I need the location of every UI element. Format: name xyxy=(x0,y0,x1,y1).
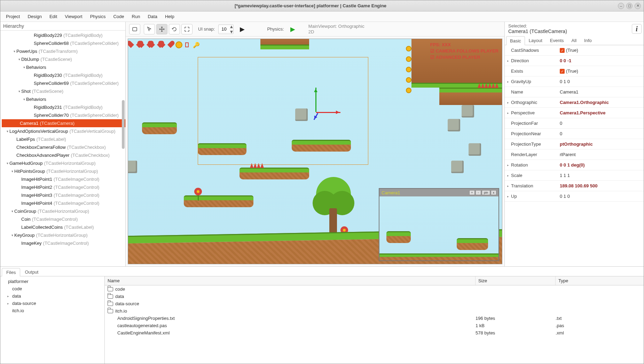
hierarchy-item[interactable]: ▾KeyGroup (TCastleHorizontalGroup) xyxy=(2,231,125,239)
menu-viewport[interactable]: Viewport xyxy=(61,13,86,21)
property-row[interactable]: ▸Direction0 0 -1 xyxy=(505,56,644,66)
col-type[interactable]: Type xyxy=(556,276,644,285)
play-button[interactable]: ▶ xyxy=(240,25,245,33)
hierarchy-item[interactable]: Camera1 (TCastleCamera) xyxy=(2,119,125,127)
menu-physics[interactable]: Physics xyxy=(87,13,109,21)
hierarchy-item[interactable]: RigidBody230 (TCastleRigidBody) xyxy=(2,71,125,79)
property-row[interactable]: ▸Rotation0 0 1 deg(0) xyxy=(505,160,644,170)
col-size[interactable]: Size xyxy=(476,276,556,285)
file-row[interactable]: data xyxy=(105,293,644,300)
file-table-body[interactable]: codedatadata-sourceitch.ioAndroidSigning… xyxy=(105,285,644,364)
tab-basic[interactable]: Basic xyxy=(506,36,525,45)
property-row[interactable]: RenderLayerrlParent xyxy=(505,149,644,160)
hierarchy-item[interactable]: ▾Behaviors xyxy=(2,63,125,71)
files-view: platformercode▸data▸data-sourceitch.io N… xyxy=(0,276,644,364)
property-row[interactable]: ▸Scale1 1 1 xyxy=(505,170,644,181)
menu-help[interactable]: Help xyxy=(162,13,178,21)
property-row[interactable]: ProjectionFar0 xyxy=(505,118,644,129)
preview-zoom-out[interactable]: - xyxy=(476,190,481,195)
property-row[interactable]: ▸PerspectiveCamera1.Perspective xyxy=(505,108,644,118)
tab-info[interactable]: Info xyxy=(580,36,596,45)
property-row[interactable]: ProjectionNear0 xyxy=(505,129,644,139)
snap-spinner[interactable]: ▲▼ xyxy=(218,24,234,34)
hierarchy-item[interactable]: ▾CoinGroup (TCastleHorizontalGroup) xyxy=(2,207,125,215)
menu-data[interactable]: Data xyxy=(144,13,160,21)
hierarchy-item[interactable]: ImageHitPoint1 (TCastleImageControl) xyxy=(2,175,125,183)
tab-events[interactable]: Events xyxy=(546,36,568,45)
hierarchy-item[interactable]: ImageHitPoint3 (TCastleImageControl) xyxy=(2,191,125,199)
dir-item[interactable]: platformer xyxy=(2,278,103,285)
bottom-tab-files[interactable]: Files xyxy=(2,268,20,276)
hierarchy-item[interactable]: LabelCollectedCoins (TCastleLabel) xyxy=(2,223,125,231)
dir-item[interactable]: itch.io xyxy=(2,307,103,314)
hierarchy-item[interactable]: Coin (TCastleImageControl) xyxy=(2,215,125,223)
move-tool[interactable] xyxy=(156,24,167,34)
menu-design[interactable]: Design xyxy=(24,13,45,21)
snap-input[interactable] xyxy=(219,26,229,32)
file-row[interactable]: data-source xyxy=(105,300,644,307)
col-name[interactable]: Name xyxy=(105,276,476,285)
info-button[interactable]: i xyxy=(632,24,642,34)
selection-rectangle xyxy=(198,57,368,165)
scrollbar-thumb[interactable] xyxy=(122,100,125,149)
hierarchy-item[interactable]: ImageHitPoint4 (TCastleImageControl) xyxy=(2,199,125,207)
file-row[interactable]: CastleEngineManifest.xml578 bytes.xml xyxy=(105,329,644,337)
close-button[interactable]: ✕ xyxy=(635,3,641,9)
select-tool[interactable] xyxy=(144,24,155,34)
bottom-tab-output[interactable]: Output xyxy=(20,268,43,276)
transform-gizmo[interactable] xyxy=(299,88,340,129)
property-row[interactable]: ▸Up0 1 0 xyxy=(505,191,644,202)
dir-item[interactable]: code xyxy=(2,285,103,292)
menu-code[interactable]: Code xyxy=(110,13,127,21)
preview-pin[interactable]: pin xyxy=(482,190,490,195)
hierarchy-item[interactable]: ImageKey (TCastleImageControl) xyxy=(2,239,125,247)
hierarchy-tree[interactable]: RigidBody229 (TCastleRigidBody)SphereCol… xyxy=(0,31,125,266)
hierarchy-item[interactable]: LabelFps (TCastleLabel) xyxy=(2,135,125,143)
file-row[interactable]: castleautogenerated.pas1 kB.pas xyxy=(105,322,644,329)
hierarchy-item[interactable]: ▾GameHudGroup (TCastleHorizontalGroup) xyxy=(2,159,125,167)
hierarchy-item[interactable]: RigidBody231 (TCastleRigidBody) xyxy=(2,103,125,111)
viewport-canvas[interactable]: 🔑 FPS: XXX ☑CAMERA FOLLOWS PLAYER ☑ADVAN… xyxy=(128,39,502,264)
camera-preview[interactable]: Camera1 + - pin x xyxy=(379,188,499,261)
tab-layout[interactable]: Layout xyxy=(525,36,546,45)
file-row[interactable]: code xyxy=(105,285,644,293)
physics-play-button[interactable]: ▶ xyxy=(290,25,295,33)
property-row[interactable]: NameCamera1 xyxy=(505,87,644,97)
dir-item[interactable]: ▸data xyxy=(2,292,103,300)
hierarchy-item[interactable]: ▾LogAndOptionsVerticalGroup (TCastleVert… xyxy=(2,127,125,135)
file-row[interactable]: itch.io xyxy=(105,307,644,315)
hierarchy-item[interactable]: ▾Shot (TCastleScene) xyxy=(2,87,125,95)
hierarchy-item[interactable]: SphereCollider70 (TCastleSphereCollider) xyxy=(2,111,125,119)
hierarchy-item[interactable]: CheckboxAdvancedPlayer (TCastleCheckbox) xyxy=(2,151,125,159)
dir-item[interactable]: ▸data-source xyxy=(2,300,103,307)
preview-close[interactable]: x xyxy=(491,190,496,195)
directory-tree[interactable]: platformercode▸data▸data-sourceitch.io xyxy=(0,276,105,364)
rotate-tool[interactable] xyxy=(169,24,180,34)
maximize-button[interactable]: ◻ xyxy=(626,3,633,9)
property-row[interactable]: ▸OrthographicCamera1.Orthographic xyxy=(505,97,644,108)
scale-tool[interactable] xyxy=(181,24,193,34)
property-row[interactable]: ▸Translation189.08 100.69 500 xyxy=(505,181,644,191)
property-row[interactable]: ▸GravityUp0 1 0 xyxy=(505,76,644,87)
hierarchy-item[interactable]: ▾HitPointsGroup (TCastleHorizontalGroup) xyxy=(2,167,125,175)
hierarchy-item[interactable]: ▾PowerUps (TCastleTransform) xyxy=(2,47,125,55)
hierarchy-item[interactable]: RigidBody229 (TCastleRigidBody) xyxy=(2,31,125,39)
menu-edit[interactable]: Edit xyxy=(46,13,61,21)
property-row[interactable]: Exists✓(True) xyxy=(505,66,644,76)
hierarchy-item[interactable]: ▾DblJump (TCastleScene) xyxy=(2,55,125,63)
tab-all[interactable]: All xyxy=(568,36,580,45)
menu-project[interactable]: Project xyxy=(2,13,23,21)
hierarchy-item[interactable]: ImageHitPoint2 (TCastleImageControl) xyxy=(2,183,125,191)
preview-zoom-in[interactable]: + xyxy=(469,190,475,195)
property-row[interactable]: CastShadows✓(True) xyxy=(505,45,644,56)
hierarchy-item[interactable]: CheckboxCameraFollow (TCastleCheckbox) xyxy=(2,143,125,151)
hierarchy-item[interactable]: SphereCollider69 (TCastleSphereCollider) xyxy=(2,79,125,87)
hierarchy-item[interactable]: ▾Behaviors xyxy=(2,95,125,103)
minimize-button[interactable]: – xyxy=(618,3,624,9)
property-grid[interactable]: CastShadows✓(True)▸Direction0 0 -1Exists… xyxy=(505,45,644,266)
property-row[interactable]: ProjectionTypeptOrthographic xyxy=(505,139,644,149)
menu-run[interactable]: Run xyxy=(128,13,144,21)
file-row[interactable]: AndroidSigningProperties.txt196 bytes.tx… xyxy=(105,315,644,322)
hierarchy-item[interactable]: SphereCollider68 (TCastleSphereCollider) xyxy=(2,39,125,47)
frame-button[interactable] xyxy=(129,24,140,34)
